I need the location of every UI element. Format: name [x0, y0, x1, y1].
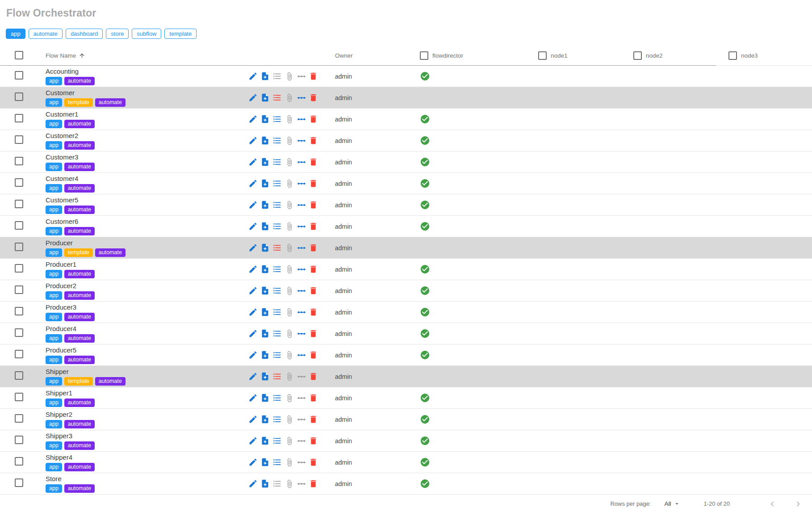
note-add-icon[interactable] [260, 178, 270, 189]
commit-icon[interactable] [296, 457, 306, 467]
commit-icon[interactable] [296, 157, 306, 167]
edit-icon[interactable] [248, 264, 258, 274]
attach-file-icon[interactable] [284, 135, 294, 146]
rows-per-page-select[interactable]: All [664, 500, 680, 507]
attach-file-icon[interactable] [284, 478, 294, 489]
list-icon[interactable] [272, 200, 282, 210]
row-checkbox[interactable] [15, 71, 23, 80]
row-checkbox[interactable] [15, 436, 23, 444]
list-icon[interactable] [272, 414, 282, 424]
delete-icon[interactable] [308, 457, 318, 467]
delete-icon[interactable] [308, 178, 318, 189]
list-icon[interactable] [272, 328, 282, 339]
note-add-icon[interactable] [260, 157, 270, 167]
delete-icon[interactable] [308, 478, 318, 489]
edit-icon[interactable] [248, 478, 258, 489]
row-checkbox[interactable] [15, 328, 23, 337]
filter-chip-template[interactable]: template [164, 29, 197, 39]
row-checkbox[interactable] [15, 92, 23, 101]
note-add-icon[interactable] [260, 457, 270, 467]
commit-icon[interactable] [296, 92, 306, 103]
delete-icon[interactable] [308, 350, 318, 360]
commit-icon[interactable] [296, 135, 306, 146]
delete-icon[interactable] [308, 371, 318, 382]
edit-icon[interactable] [248, 307, 258, 317]
column-header-flow-name[interactable]: Flow Name [40, 52, 248, 59]
edit-icon[interactable] [248, 135, 258, 146]
delete-icon[interactable] [308, 393, 318, 403]
row-checkbox[interactable] [15, 157, 23, 165]
delete-icon[interactable] [308, 221, 318, 231]
next-page-button[interactable] [792, 498, 804, 510]
note-add-icon[interactable] [260, 92, 270, 103]
filter-chip-store[interactable]: store [106, 29, 129, 39]
filter-chip-app[interactable]: app [6, 29, 25, 39]
list-icon[interactable] [272, 114, 282, 124]
attach-file-icon[interactable] [284, 114, 294, 124]
delete-icon[interactable] [308, 92, 318, 103]
edit-icon[interactable] [248, 200, 258, 210]
attach-file-icon[interactable] [284, 350, 294, 360]
filter-chip-dashboard[interactable]: dashboard [66, 29, 103, 39]
commit-icon[interactable] [296, 307, 306, 317]
list-icon[interactable] [272, 436, 282, 446]
attach-file-icon[interactable] [284, 457, 294, 467]
list-icon[interactable] [272, 371, 282, 382]
row-checkbox[interactable] [15, 243, 23, 251]
list-icon[interactable] [272, 178, 282, 189]
delete-icon[interactable] [308, 200, 318, 210]
list-icon[interactable] [272, 264, 282, 274]
attach-file-icon[interactable] [284, 200, 294, 210]
edit-icon[interactable] [248, 92, 258, 103]
note-add-icon[interactable] [260, 393, 270, 403]
edit-icon[interactable] [248, 114, 258, 124]
delete-icon[interactable] [308, 71, 318, 81]
note-add-icon[interactable] [260, 114, 270, 124]
edit-icon[interactable] [248, 71, 258, 81]
note-add-icon[interactable] [260, 350, 270, 360]
edit-icon[interactable] [248, 285, 258, 296]
row-checkbox[interactable] [15, 350, 23, 358]
edit-icon[interactable] [248, 243, 258, 253]
note-add-icon[interactable] [260, 264, 270, 274]
delete-icon[interactable] [308, 436, 318, 446]
list-icon[interactable] [272, 135, 282, 146]
attach-file-icon[interactable] [284, 221, 294, 231]
node3-column-checkbox[interactable] [728, 51, 737, 60]
edit-icon[interactable] [248, 157, 258, 167]
list-icon[interactable] [272, 243, 282, 253]
list-icon[interactable] [272, 92, 282, 103]
flowdirector-column-checkbox[interactable] [420, 51, 428, 60]
row-checkbox[interactable] [15, 414, 23, 423]
commit-icon[interactable] [296, 414, 306, 424]
note-add-icon[interactable] [260, 221, 270, 231]
delete-icon[interactable] [308, 135, 318, 146]
commit-icon[interactable] [296, 221, 306, 231]
delete-icon[interactable] [308, 285, 318, 296]
attach-file-icon[interactable] [284, 414, 294, 424]
note-add-icon[interactable] [260, 307, 270, 317]
list-icon[interactable] [272, 71, 282, 81]
commit-icon[interactable] [296, 243, 306, 253]
row-checkbox[interactable] [15, 285, 23, 294]
delete-icon[interactable] [308, 157, 318, 167]
attach-file-icon[interactable] [284, 393, 294, 403]
row-checkbox[interactable] [15, 200, 23, 208]
row-checkbox[interactable] [15, 114, 23, 122]
attach-file-icon[interactable] [284, 307, 294, 317]
delete-icon[interactable] [308, 243, 318, 253]
commit-icon[interactable] [296, 71, 306, 81]
list-icon[interactable] [272, 221, 282, 231]
row-checkbox[interactable] [15, 178, 23, 187]
note-add-icon[interactable] [260, 371, 270, 382]
attach-file-icon[interactable] [284, 371, 294, 382]
commit-icon[interactable] [296, 436, 306, 446]
note-add-icon[interactable] [260, 414, 270, 424]
row-checkbox[interactable] [15, 307, 23, 315]
note-add-icon[interactable] [260, 436, 270, 446]
delete-icon[interactable] [308, 328, 318, 339]
note-add-icon[interactable] [260, 478, 270, 489]
commit-icon[interactable] [296, 200, 306, 210]
filter-chip-automate[interactable]: automate [29, 29, 63, 39]
row-checkbox[interactable] [15, 393, 23, 401]
